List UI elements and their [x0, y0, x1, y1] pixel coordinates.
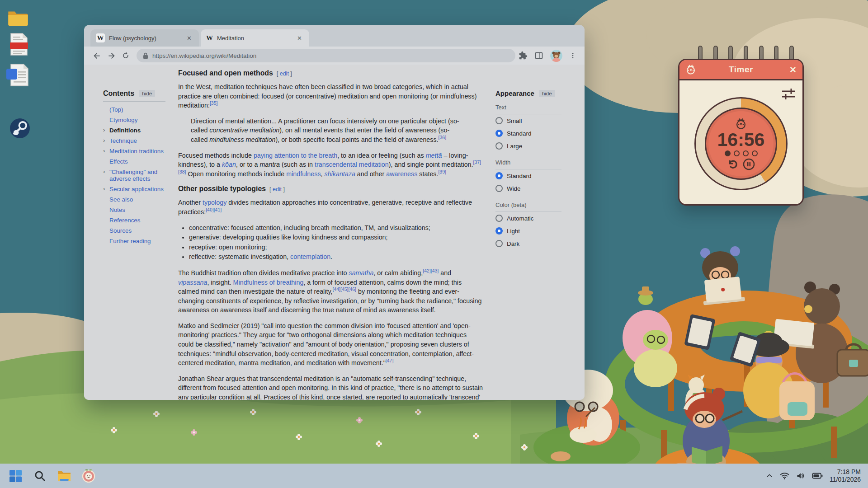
profile-avatar[interactable]	[550, 50, 562, 62]
battery-icon[interactable]	[812, 472, 823, 479]
menu-dots-icon[interactable]	[569, 52, 576, 60]
toc-link[interactable]: Notes	[109, 206, 125, 213]
taskbar-clock[interactable]: 7:18 PM 11/01/2026	[830, 468, 861, 484]
toc-item[interactable]: Effects	[109, 156, 172, 167]
appearance-radio-large[interactable]: Large	[495, 140, 561, 152]
edit-link[interactable]: edit	[273, 186, 282, 192]
tray-chevron-up-icon[interactable]	[766, 472, 773, 479]
toc-item[interactable]: Sources	[109, 225, 172, 236]
url-bar[interactable]: https://en.wikipedia.org/wiki/Meditation	[137, 49, 515, 62]
tab-close-icon[interactable]: ✕	[185, 34, 193, 42]
reference-link[interactable]: [39]	[438, 169, 446, 174]
toc-link[interactable]: "Challenging" and adverse effects	[109, 169, 157, 182]
toc-link[interactable]: Secular applications	[109, 186, 164, 192]
expand-chevron-icon[interactable]: ›	[103, 137, 105, 144]
toc-item[interactable]: Etymology	[109, 115, 172, 125]
appearance-radio-dark[interactable]: Dark	[495, 237, 561, 250]
toc-item[interactable]: ›Technique	[109, 136, 172, 146]
timer-reset-icon[interactable]	[727, 159, 738, 170]
tab-close-icon[interactable]: ✕	[295, 34, 304, 42]
reference-link[interactable]: [35]	[210, 100, 218, 106]
timer-header[interactable]: Timer ✕	[679, 60, 802, 80]
toc-link[interactable]: Sources	[109, 227, 132, 234]
article-link[interactable]: Mindfulness of breathing	[233, 279, 304, 286]
radio-button-icon[interactable]	[495, 185, 503, 192]
radio-button-icon[interactable]	[495, 172, 503, 179]
toc-item[interactable]: See also	[109, 194, 172, 205]
appearance-radio-light[interactable]: Light	[495, 225, 561, 237]
appearance-radio-small[interactable]: Small	[495, 114, 561, 127]
tab-flow-psychology[interactable]: W Flow (psychology) ✕	[90, 29, 199, 47]
expand-chevron-icon[interactable]: ›	[103, 127, 105, 133]
side-panel-icon[interactable]	[534, 51, 543, 60]
toc-item[interactable]: (Top)	[109, 104, 172, 115]
tomato-timer-app-button[interactable]	[79, 466, 99, 486]
timer-pause-icon[interactable]	[743, 158, 755, 170]
toc-item[interactable]: Notes	[109, 205, 172, 215]
volume-icon[interactable]	[796, 472, 805, 480]
appearance-radio-standard[interactable]: Standard	[495, 169, 561, 182]
toc-link[interactable]: Technique	[109, 137, 137, 144]
appearance-hide-button[interactable]: hide	[539, 90, 555, 97]
article-link[interactable]: typology	[203, 199, 226, 206]
expand-chevron-icon[interactable]: ›	[103, 147, 105, 154]
radio-button-icon[interactable]	[495, 215, 503, 222]
desktop-icon-steam[interactable]	[7, 116, 33, 141]
radio-button-icon[interactable]	[495, 227, 503, 235]
toc-link[interactable]: Further reading	[109, 238, 151, 244]
article-link[interactable]: awareness	[386, 170, 417, 178]
desktop-icon-word-document[interactable]	[5, 62, 31, 88]
toc-link[interactable]: Definitions	[109, 127, 141, 134]
reference-link[interactable]: [47]	[386, 358, 394, 363]
toc-link[interactable]: (Top)	[109, 106, 123, 113]
reference-link[interactable]: [40][41]	[206, 207, 222, 212]
toc-link[interactable]: Effects	[109, 158, 128, 165]
reference-link[interactable]: [42][43]	[423, 268, 439, 273]
toc-link[interactable]: See also	[109, 196, 133, 203]
article-link[interactable]: kōan	[222, 161, 236, 168]
article-link[interactable]: shikantaza	[325, 170, 355, 178]
tab-meditation[interactable]: W Meditation ✕	[201, 29, 309, 47]
start-button[interactable]	[5, 466, 25, 486]
timer-close-icon[interactable]: ✕	[789, 65, 797, 75]
expand-chevron-icon[interactable]: ›	[103, 185, 105, 192]
toc-item[interactable]: ›Meditation traditions	[109, 146, 172, 156]
back-button[interactable]	[90, 48, 104, 63]
radio-button-icon[interactable]	[495, 117, 503, 124]
wifi-icon[interactable]	[780, 472, 789, 480]
expand-chevron-icon[interactable]: ›	[103, 168, 105, 175]
timer-settings-icon[interactable]	[782, 87, 795, 101]
toc-item[interactable]: ›Secular applications	[109, 184, 172, 194]
contents-hide-button[interactable]: hide	[139, 90, 155, 97]
toc-item[interactable]: References	[109, 215, 172, 225]
toc-link[interactable]: Etymology	[109, 117, 138, 123]
toc-item[interactable]: ›Definitions	[109, 125, 172, 136]
appearance-radio-standard[interactable]: Standard	[495, 127, 561, 140]
toc-link[interactable]: Meditation traditions	[109, 148, 164, 155]
article-link[interactable]: vipassana	[178, 279, 207, 286]
article-link[interactable]: mettā	[426, 152, 442, 159]
desktop-icon-folder[interactable]	[5, 5, 31, 30]
radio-button-icon[interactable]	[495, 130, 503, 137]
article-link[interactable]: contemplation	[290, 253, 330, 260]
search-button[interactable]	[30, 466, 50, 486]
reference-link[interactable]: [44][45][46]	[332, 286, 356, 292]
appearance-radio-automatic[interactable]: Automatic	[495, 212, 561, 225]
file-explorer-button[interactable]	[54, 466, 74, 486]
article-link[interactable]: mindfulness	[286, 170, 321, 178]
extensions-puzzle-icon[interactable]	[519, 51, 528, 60]
toc-item[interactable]: ›"Challenging" and adverse effects	[109, 167, 172, 184]
edit-link[interactable]: edit	[280, 70, 289, 77]
reload-button[interactable]	[118, 48, 133, 63]
desktop-icon-pdf-document[interactable]	[6, 32, 32, 57]
toc-item[interactable]: Further reading	[109, 236, 172, 246]
article-link[interactable]: samatha	[349, 269, 374, 277]
forward-button[interactable]	[104, 48, 118, 63]
radio-button-icon[interactable]	[495, 240, 503, 247]
appearance-radio-wide[interactable]: Wide	[495, 182, 561, 195]
article-link[interactable]: transcendental meditation	[315, 161, 389, 168]
reference-link[interactable]: [36]	[439, 135, 447, 140]
toc-link[interactable]: References	[109, 217, 140, 224]
radio-button-icon[interactable]	[495, 142, 503, 150]
article-link[interactable]: paying attention to the breath	[254, 152, 337, 159]
